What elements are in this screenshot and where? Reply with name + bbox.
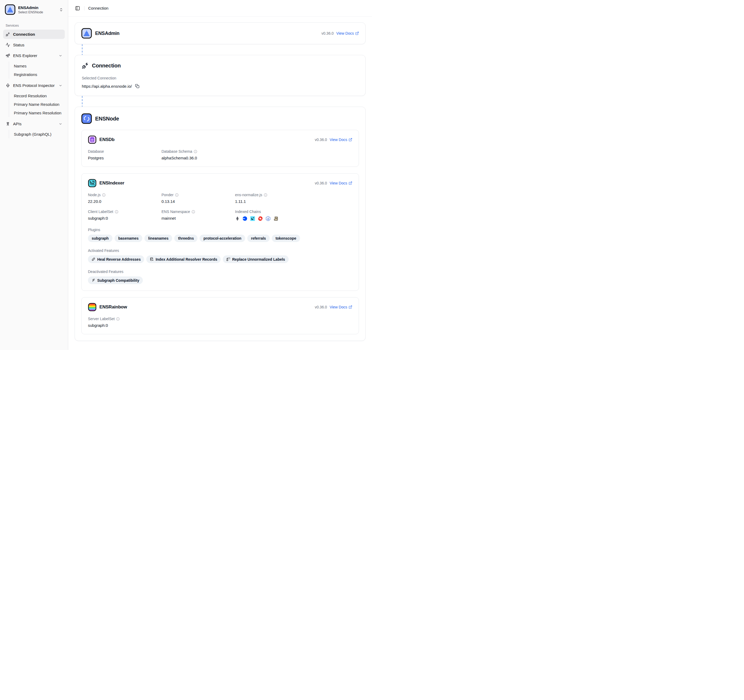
database-plus-icon — [150, 257, 154, 261]
divider — [84, 6, 85, 10]
activated-features-list: Heal Reverse Addresses Index Additional … — [88, 255, 352, 263]
plugin-badge: tokenscope — [272, 235, 300, 242]
plugin-badge: lineanames — [144, 235, 172, 242]
sidebar-item-subgraph-graphql[interactable]: Subgraph (GraphQL) — [9, 130, 65, 139]
ensnode-logo — [81, 113, 92, 124]
info-icon — [115, 210, 118, 213]
view-docs-label: View Docs — [330, 137, 347, 142]
app-subtitle: Select ENSNode — [18, 10, 57, 14]
sidebar-item-record-resolution[interactable]: Record Resolution — [9, 91, 65, 100]
field-server-labelset: Server LabelSet subgraph:0 — [88, 317, 161, 328]
info-icon — [175, 193, 179, 197]
external-link-icon — [348, 138, 352, 141]
info-icon — [194, 150, 197, 153]
connector-line — [82, 96, 83, 107]
ensadmin-logo — [81, 28, 92, 39]
sidebar-item-label: Connection — [13, 32, 35, 37]
sidebar-toggle-button[interactable] — [74, 5, 80, 11]
field-indexed-chains: Indexed Chains — [235, 210, 352, 221]
sidebar: ENSAdmin Select ENSNode Services Connect… — [0, 0, 68, 350]
selected-connection-label: Selected Connection — [82, 76, 359, 80]
subgraph-icon — [91, 278, 95, 282]
deactivated-features-list: Subgraph Compatibility — [88, 276, 352, 284]
feature-badge: Replace Unnormalized Labels — [223, 255, 288, 263]
bandage-icon — [91, 257, 95, 261]
view-docs-link[interactable]: View Docs — [336, 31, 359, 36]
card-title: ENSNode — [95, 116, 119, 122]
view-docs-label: View Docs — [330, 305, 347, 309]
content: ENSAdmin v0.36.0 View Docs Co — [68, 16, 372, 346]
plugin-badge: protocol-acceleration — [199, 235, 245, 242]
plugin-badge: referrals — [247, 235, 270, 242]
field-nodejs: Node.js 22.20.0 — [88, 193, 161, 204]
external-link-icon — [348, 305, 352, 309]
card-title: ENSRainbow — [100, 304, 127, 310]
version-badge: v0.36.0 — [315, 137, 327, 142]
sidebar-item-primary-names-resolution[interactable]: Primary Names Resolution — [9, 109, 65, 117]
activity-icon — [6, 43, 10, 47]
ensdb-logo — [88, 136, 97, 144]
chain-arbitrum-icon — [265, 216, 271, 221]
app-name: ENSAdmin — [18, 5, 57, 10]
field-ens-normalize: ens-normalize.js 1.11.1 — [235, 193, 352, 204]
view-docs-link[interactable]: View Docs — [330, 181, 352, 185]
activated-features-label: Activated Features — [88, 249, 352, 253]
sidebar-item-ens-explorer[interactable]: ENS Explorer — [3, 51, 65, 60]
view-docs-label: View Docs — [336, 31, 354, 36]
view-docs-link[interactable]: View Docs — [330, 305, 352, 309]
sidebar-item-names[interactable]: Names — [9, 61, 65, 70]
ensnode-selector[interactable]: ENSAdmin Select ENSNode — [3, 3, 65, 16]
radio-tower-icon — [6, 122, 10, 126]
field-ens-namespace: ENS Namespace mainnet — [161, 210, 235, 221]
sidebar-item-label: ENS Protocol Inspector — [13, 83, 55, 88]
version-badge: v0.36.0 — [315, 181, 327, 185]
replace-icon — [226, 257, 230, 261]
card-title: ENSIndexer — [100, 180, 124, 186]
deactivated-features-label: Deactivated Features — [88, 270, 352, 274]
ens-explorer-sublist: Names Registrations — [9, 61, 65, 79]
ensindexer-card: ENSIndexer v0.36.0 View Docs Node.js — [81, 173, 359, 291]
sidebar-item-primary-name-resolution[interactable]: Primary Name Resolution — [9, 100, 65, 109]
sidebar-item-label: Status — [13, 43, 25, 47]
info-icon — [192, 210, 195, 213]
version-badge: v0.36.0 — [315, 305, 327, 309]
sidebar-item-apis[interactable]: APIs — [3, 119, 65, 128]
sidebar-item-registrations[interactable]: Registrations — [9, 70, 65, 79]
field-database: Database Postgres — [88, 149, 161, 160]
sidebar-item-label: ENS Explorer — [13, 53, 37, 58]
sidebar-item-ens-protocol-inspector[interactable]: ENS Protocol Inspector — [3, 81, 65, 90]
ensdb-card: ENSDb v0.36.0 View Docs Database Postgre… — [81, 130, 359, 167]
sidebar-item-connection[interactable]: Connection — [3, 30, 65, 39]
plug-zap-icon — [82, 62, 89, 69]
chain-linea-icon — [250, 216, 255, 221]
plugin-badge: basenames — [115, 235, 142, 242]
card-title: Connection — [92, 63, 121, 69]
info-icon — [264, 193, 267, 197]
field-client-labelset: Client LabelSet subgraph:0 — [88, 210, 161, 221]
ensrainbow-logo — [88, 303, 97, 311]
feature-badge: Index Additional Resolver Records — [146, 255, 221, 263]
external-link-icon — [348, 181, 352, 185]
chevron-down-icon — [59, 54, 62, 58]
connector-line — [82, 44, 83, 55]
main-area: Connection ENSAdmin v0.36 — [68, 0, 372, 350]
ensindexer-logo — [88, 179, 97, 188]
plugins-list: subgraph basenames lineanames threedns p… — [88, 235, 352, 242]
info-icon — [102, 193, 106, 197]
panel-left-icon — [75, 6, 80, 10]
ens-diamond-icon — [6, 83, 10, 88]
sidebar-item-label: APIs — [13, 122, 22, 126]
field-ponder: Ponder 0.13.14 — [161, 193, 235, 204]
ensadmin-logo — [5, 4, 15, 15]
chain-base-icon — [242, 216, 247, 221]
copy-url-button[interactable] — [135, 83, 140, 89]
chevron-down-icon — [59, 122, 62, 126]
feature-badge: Heal Reverse Addresses — [88, 255, 144, 263]
breadcrumb: Connection — [88, 6, 109, 10]
view-docs-link[interactable]: View Docs — [330, 137, 352, 142]
external-link-icon — [355, 31, 359, 35]
chevrons-up-down-icon — [59, 8, 63, 12]
ensadmin-card: ENSAdmin v0.36.0 View Docs — [74, 22, 366, 44]
plugin-badge: threedns — [174, 235, 198, 242]
sidebar-item-status[interactable]: Status — [3, 40, 65, 49]
